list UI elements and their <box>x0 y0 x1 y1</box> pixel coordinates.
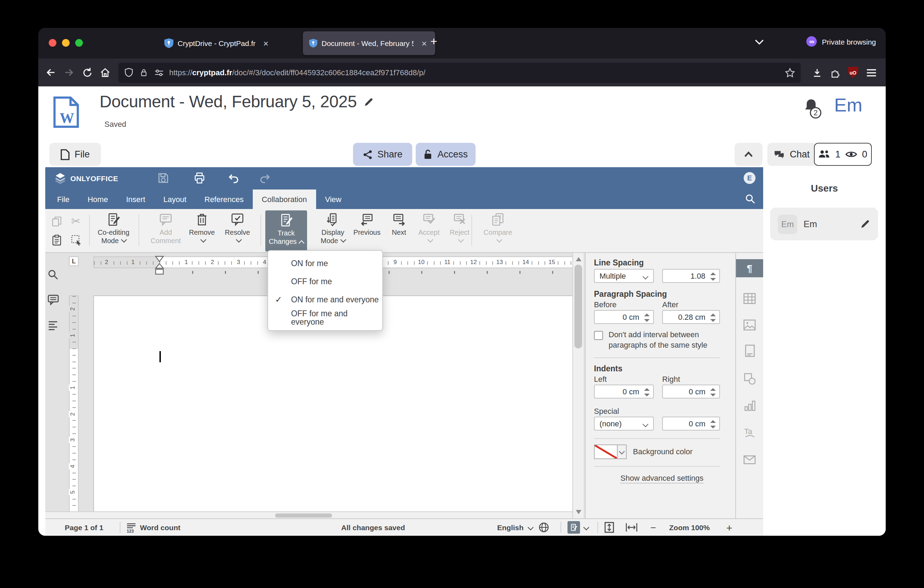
tab-file[interactable]: File <box>48 190 78 209</box>
presence-counter[interactable]: 1 0 <box>814 143 872 166</box>
menu-item-on-for-everyone[interactable]: ✓ ON for me and everyone <box>268 291 382 309</box>
close-tab-icon[interactable]: × <box>419 38 429 48</box>
reject-change-button[interactable]: Reject <box>439 212 480 245</box>
indent-marker[interactable] <box>155 256 164 275</box>
search-icon[interactable] <box>745 194 756 204</box>
close-window-button[interactable] <box>49 39 56 47</box>
spacing-before-input[interactable]: 0 cm <box>594 310 654 324</box>
close-tab-icon[interactable]: × <box>261 38 271 48</box>
line-spacing-value-input[interactable]: 1.08 <box>662 269 720 283</box>
list-all-tabs-button[interactable] <box>755 39 764 45</box>
spinner[interactable] <box>710 420 716 429</box>
show-advanced-settings-link[interactable]: Show advanced settings <box>620 474 704 484</box>
bookmark-star-icon[interactable] <box>785 67 795 78</box>
menu-item-off-for-me[interactable]: ✓ OFF for me <box>268 273 382 291</box>
back-button[interactable] <box>42 63 60 81</box>
menu-item-on-for-me[interactable]: ✓ ON for me <box>268 254 382 273</box>
track-changes-status-toggle[interactable] <box>568 519 588 536</box>
user-avatar-badge[interactable]: E <box>744 172 756 184</box>
image-settings-icon[interactable] <box>736 315 763 334</box>
page-count[interactable]: Page 1 of 1 <box>65 519 103 536</box>
account-avatar[interactable]: Em <box>834 95 862 116</box>
shape-settings-icon[interactable] <box>736 370 763 388</box>
mail-merge-settings-icon[interactable] <box>736 451 763 469</box>
select-all-button[interactable] <box>68 231 84 248</box>
fit-width-button[interactable] <box>625 519 638 536</box>
header-footer-settings-icon[interactable] <box>736 341 763 360</box>
horizontal-scrollbar[interactable] <box>45 511 573 518</box>
tab-stop-selector[interactable]: L <box>69 256 79 266</box>
redo-button[interactable] <box>259 172 272 185</box>
navigation-panel-icon[interactable] <box>47 320 59 331</box>
file-menu-button[interactable]: File <box>50 143 101 166</box>
collapse-toolbar-button[interactable] <box>734 143 762 166</box>
zoom-level[interactable]: Zoom 100% <box>669 519 710 536</box>
undo-button[interactable] <box>226 172 239 185</box>
spellcheck-globe-icon[interactable] <box>538 519 549 536</box>
dont-add-interval-checkbox[interactable] <box>594 331 603 340</box>
edit-name-pencil-icon[interactable] <box>860 219 870 229</box>
indent-left-input[interactable]: 0 cm <box>594 385 654 398</box>
cut-button[interactable]: ✂ <box>68 213 84 229</box>
spinner[interactable] <box>710 272 716 281</box>
scrollbar-thumb[interactable] <box>275 514 332 518</box>
maximize-window-button[interactable] <box>75 39 83 47</box>
comments-panel-icon[interactable] <box>47 294 59 305</box>
print-button[interactable] <box>193 172 206 185</box>
ublock-origin-icon[interactable]: uO <box>844 63 862 81</box>
edit-title-pencil-icon[interactable] <box>364 96 374 107</box>
special-indent-select[interactable]: (none) <box>594 416 654 431</box>
tracking-protection-shield-icon[interactable] <box>124 68 134 77</box>
chart-settings-icon[interactable] <box>736 396 763 415</box>
scroll-down-arrow[interactable] <box>576 510 581 514</box>
table-settings-icon[interactable] <box>736 289 763 307</box>
paragraph-settings-icon[interactable]: ¶ <box>736 259 763 277</box>
downloads-button[interactable] <box>808 63 826 81</box>
copy-button[interactable] <box>48 213 65 229</box>
special-indent-value-input[interactable]: 0 cm <box>662 416 720 431</box>
resolve-comment-button[interactable]: Resolve <box>216 212 258 245</box>
vertical-scrollbar[interactable] <box>573 253 584 518</box>
url-text[interactable]: https://cryptpad.fr/doc/#/3/doc/edit/ff0… <box>169 68 785 77</box>
minimize-window-button[interactable] <box>62 39 69 47</box>
spinner[interactable] <box>644 387 650 397</box>
track-changes-button[interactable]: TrackChanges <box>265 210 307 251</box>
tab-cryptdrive[interactable]: CryptDrive - CryptPad.fr × <box>158 31 310 55</box>
tab-document-active[interactable]: Document - Wed, February 5, 2 × <box>303 31 435 55</box>
language-selector[interactable]: English <box>497 519 533 536</box>
paste-button[interactable] <box>48 231 65 248</box>
scroll-up-arrow[interactable] <box>576 257 581 261</box>
spinner[interactable] <box>644 313 650 322</box>
new-tab-button[interactable]: + <box>430 35 437 49</box>
reload-button[interactable] <box>78 63 96 81</box>
notifications-bell-icon[interactable]: 2 <box>802 97 822 120</box>
permissions-icon[interactable] <box>154 68 164 77</box>
add-comment-button[interactable]: AddComment <box>145 212 186 245</box>
compare-button[interactable]: Compare <box>477 212 519 245</box>
home-button[interactable] <box>96 63 114 81</box>
vertical-ruler[interactable]: 2112345 <box>69 296 79 518</box>
chat-button[interactable]: Chat <box>767 143 816 166</box>
scrollbar-thumb[interactable] <box>574 265 582 349</box>
zoom-in-button[interactable]: + <box>726 519 733 536</box>
fit-page-button[interactable] <box>604 519 614 536</box>
menu-hamburger-icon[interactable] <box>862 63 880 81</box>
spinner[interactable] <box>710 313 716 322</box>
tab-references[interactable]: References <box>195 190 253 209</box>
extensions-puzzle-icon[interactable] <box>826 63 844 81</box>
access-button[interactable]: Access <box>416 143 475 166</box>
lock-icon[interactable] <box>139 68 148 77</box>
forward-button[interactable] <box>60 63 78 81</box>
tab-insert[interactable]: Insert <box>117 190 154 209</box>
save-button[interactable] <box>157 172 170 185</box>
spacing-after-input[interactable]: 0.28 cm <box>662 310 720 324</box>
tab-layout[interactable]: Layout <box>154 190 195 209</box>
coediting-mode-button[interactable]: Co-editingMode <box>92 212 134 245</box>
share-button[interactable]: Share <box>353 143 412 166</box>
zoom-out-button[interactable]: − <box>650 519 656 536</box>
text-art-settings-icon[interactable]: Ta <box>736 424 763 442</box>
tab-view[interactable]: View <box>316 190 350 209</box>
word-count-button[interactable]: 123 Word count <box>126 519 180 536</box>
background-color-dropdown[interactable] <box>618 444 627 459</box>
find-icon[interactable] <box>47 269 59 281</box>
